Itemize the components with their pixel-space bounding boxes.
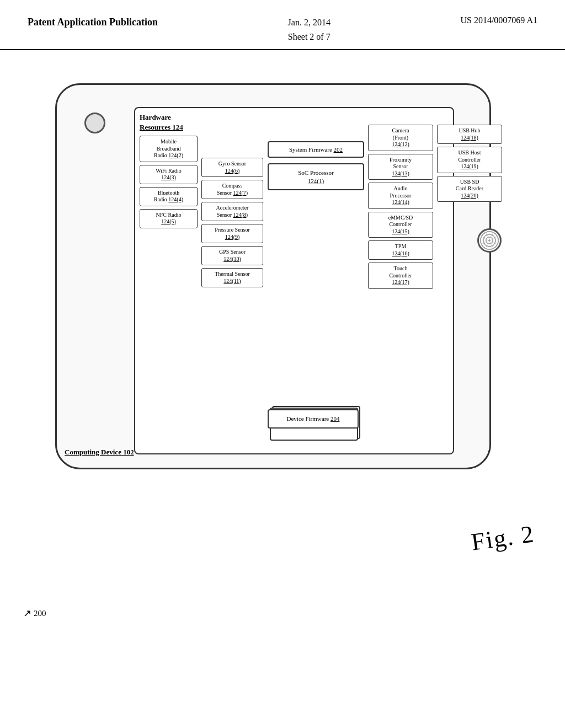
usb-sd-card-reader: USB SDCard Reader124(20): [437, 176, 502, 202]
header-center: Jan. 2, 2014 Sheet 2 of 7: [288, 15, 331, 44]
camera-front: Camera(Front)124(12): [368, 125, 433, 151]
radio-column: MobileBroadbandRadio 124(2) WiFi Radio12…: [140, 136, 198, 228]
mobile-broadband-radio: MobileBroadbandRadio 124(2): [140, 136, 198, 162]
emmc-controller: eMMC/SDController124(15): [368, 212, 433, 238]
gps-sensor: GPS Sensor124(10): [201, 246, 263, 265]
device-firmware-stack: Device Firmware 204: [268, 409, 359, 429]
center-firmware-area: System Firmware 202 SoC Processor124(1): [268, 141, 364, 190]
header-title: Patent Application Publication: [28, 15, 158, 29]
hw-resources-label: Hardware Resources 124: [140, 113, 183, 132]
pressure-sensor: Pressure Sensor124(9): [201, 224, 263, 243]
main-content: Computing Device 102 Hardware Resources …: [0, 50, 565, 701]
header-patent-number: US 2014/0007069 A1: [460, 15, 537, 25]
touch-controller: TouchController124(17): [368, 263, 433, 289]
usb-hub: USB Hub124(18): [437, 125, 502, 144]
accelerometer-sensor: AccelerometerSensor 124(8): [201, 202, 263, 221]
compass-sensor: CompassSensor 124(7): [201, 180, 263, 199]
audio-processor: AudioProcessor124(14): [368, 183, 433, 209]
nfc-radio: NFC Radio124(5): [140, 209, 198, 228]
gyro-sensor: Gyro Sensor124(6): [201, 158, 263, 177]
usb-host-controller: USB HostController124(19): [437, 147, 502, 173]
fig-number-area: ↗ 200: [23, 607, 46, 619]
right-component-column: Camera(Front)124(12) ProximitySensor124(…: [368, 125, 433, 289]
tpm: TPM124(16): [368, 240, 433, 260]
thermal-sensor: Thermal Sensor124(11): [201, 268, 263, 287]
header-sheet: Sheet 2 of 7: [288, 32, 331, 41]
tablet-device-outline: Computing Device 102 Hardware Resources …: [55, 83, 491, 469]
header-date: Jan. 2, 2014: [288, 18, 331, 27]
fig-cursive-label: Fig. 2: [470, 520, 536, 556]
computing-device-label: Computing Device 102: [65, 448, 134, 457]
device-firmware-box: Device Firmware 204: [268, 409, 359, 429]
system-firmware-box: System Firmware 202: [268, 141, 364, 158]
camera-circle: [84, 113, 105, 133]
page-header: Patent Application Publication Jan. 2, 2…: [0, 0, 565, 50]
fingerprint-sensor-circle: [477, 228, 502, 253]
fig-number-label: 200: [34, 609, 46, 618]
sensor-column: Gyro Sensor124(6) CompassSensor 124(7) A…: [201, 158, 263, 287]
bluetooth-radio: BluetoothRadio 124(4): [140, 187, 198, 206]
proximity-sensor: ProximitySensor124(13): [368, 154, 433, 180]
wifi-radio: WiFi Radio124(3): [140, 165, 198, 184]
hardware-resources-box: Hardware Resources 124 MobileBroadbandRa…: [134, 107, 454, 454]
far-right-component-column: USB Hub124(18) USB HostController124(19)…: [437, 125, 502, 202]
soc-processor-box: SoC Processor124(1): [268, 163, 364, 190]
